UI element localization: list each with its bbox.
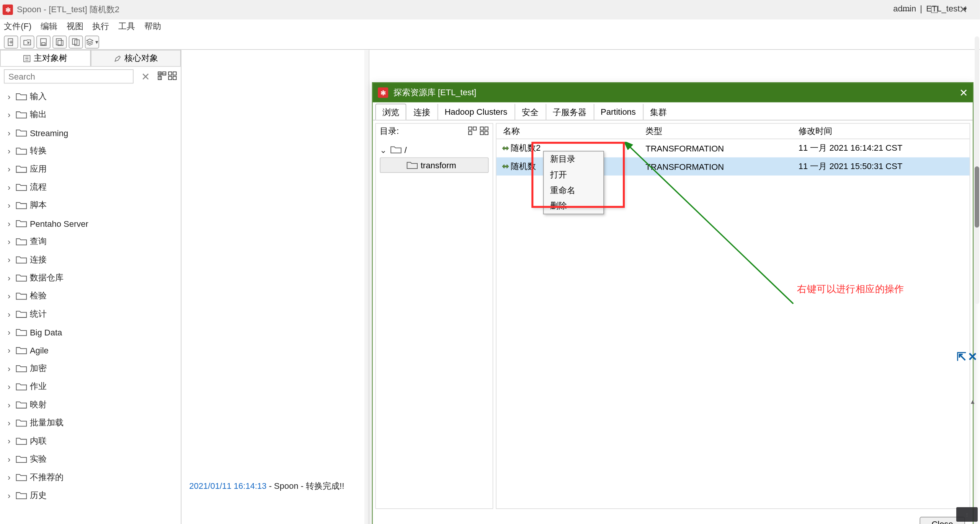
ctx-rename[interactable]: 重命名 — [544, 182, 603, 198]
dir-collapse-button[interactable] — [480, 126, 489, 137]
svg-rect-12 — [173, 72, 176, 75]
tree-item[interactable]: ›作业 — [5, 378, 181, 395]
folder-icon — [16, 291, 27, 301]
folder-icon — [16, 364, 27, 373]
svg-rect-18 — [480, 127, 483, 130]
popout-icon[interactable]: ⇱ — [957, 350, 966, 364]
repo-connection[interactable]: admin | ETL_test ▾ — [893, 4, 967, 13]
scrollbar-thumb[interactable] — [975, 166, 979, 228]
tree-item-label: 实验 — [30, 453, 47, 465]
clear-search-button[interactable]: ✕ — [137, 70, 154, 83]
tab-main-tree[interactable]: 主对象树 — [0, 50, 90, 66]
new-file-button[interactable] — [4, 35, 18, 48]
menu-file[interactable]: 文件(F) — [4, 21, 31, 32]
page-scrollbar[interactable] — [975, 36, 979, 304]
chevron-right-icon: › — [5, 164, 13, 174]
tree-item[interactable]: ›加密 — [5, 360, 181, 378]
tree-item[interactable]: ›统计 — [5, 305, 181, 323]
save-as-button[interactable] — [52, 35, 67, 48]
mini-scroll-up[interactable]: ▴ — [968, 398, 977, 407]
tree-item[interactable]: ›Pentaho Server — [5, 214, 181, 232]
dir-expand-button[interactable] — [468, 126, 477, 137]
chevron-right-icon: › — [5, 309, 13, 319]
save-all-button[interactable] — [69, 35, 83, 48]
dialog-title-text: 探索资源库 [ETL_test] — [394, 87, 476, 98]
folder-icon — [390, 145, 402, 154]
chevron-right-icon: › — [5, 200, 13, 210]
dlg-tab-hadoop[interactable]: Hadoop Clusters — [438, 104, 514, 120]
tree-item[interactable]: ›转换 — [5, 142, 181, 160]
chevron-right-icon: › — [5, 472, 13, 482]
ctx-new-dir[interactable]: 新目录 — [544, 151, 603, 167]
col-time[interactable]: 修改时间 — [799, 125, 970, 137]
folder-icon — [16, 110, 27, 119]
col-name[interactable]: 名称 — [497, 125, 645, 137]
menu-view[interactable]: 视图 — [67, 21, 83, 32]
tree-item[interactable]: ›检验 — [5, 287, 181, 305]
tree-item[interactable]: ›流程 — [5, 178, 181, 196]
folder-icon — [16, 454, 27, 464]
dlg-tab-security[interactable]: 安全 — [514, 104, 546, 120]
dlg-tab-browse[interactable]: 浏览 — [375, 104, 406, 120]
tree-item[interactable]: ›输出 — [5, 106, 181, 124]
pencil-icon — [113, 54, 122, 62]
svg-rect-17 — [469, 131, 472, 134]
chevron-right-icon: › — [5, 255, 13, 264]
tree-item[interactable]: ›不推荐的 — [5, 468, 181, 486]
menu-help[interactable]: 帮助 — [144, 21, 161, 32]
dir-root-row[interactable]: ⌄ / — [380, 142, 488, 158]
annotation-text: 右键可以进行相应的操作 — [797, 283, 904, 295]
dlg-tab-part[interactable]: Partitions — [593, 104, 643, 120]
ctx-open[interactable]: 打开 — [544, 167, 603, 183]
svg-rect-21 — [485, 131, 488, 134]
tree-item[interactable]: ›查询 — [5, 233, 181, 251]
menu-tools[interactable]: 工具 — [118, 21, 135, 32]
collapse-all-button[interactable] — [168, 71, 177, 82]
tree-item[interactable]: ›Big Data — [5, 323, 181, 341]
tree-item[interactable]: ›连接 — [5, 251, 181, 269]
tree-item[interactable]: ›Agile — [5, 341, 181, 359]
tree-item[interactable]: ›映射 — [5, 395, 181, 413]
tree-item[interactable]: ›历史 — [5, 486, 181, 504]
tree-item[interactable]: ›Streaming — [5, 124, 181, 142]
chevron-right-icon: › — [5, 382, 13, 391]
dialog-tabs: 浏览 连接 Hadoop Clusters 安全 子服务器 Partitions… — [372, 102, 973, 120]
tree-item[interactable]: ›实验 — [5, 450, 181, 468]
dialog-close-button[interactable]: ✕ — [959, 86, 968, 99]
search-input[interactable] — [4, 69, 134, 83]
tree-item[interactable]: ›内联 — [5, 432, 181, 450]
dlg-tab-slaves[interactable]: 子服务器 — [546, 104, 593, 120]
tree-item[interactable]: ›脚本 — [5, 196, 181, 214]
ctx-delete[interactable]: 删除 — [544, 198, 603, 214]
dlg-tab-connect[interactable]: 连接 — [407, 104, 438, 120]
menu-run[interactable]: 执行 — [92, 21, 109, 32]
splitter[interactable] — [364, 50, 369, 524]
col-type[interactable]: 类型 — [645, 125, 799, 137]
tree-item[interactable]: ›输入 — [5, 88, 181, 106]
chevron-right-icon: › — [5, 327, 13, 337]
chevron-right-icon: › — [5, 418, 13, 428]
left-panel: 主对象树 核心对象 ✕ ›输入›输出›Streaming›转换›应用›流程›脚本… — [0, 50, 181, 524]
svg-rect-19 — [485, 127, 488, 130]
menu-edit[interactable]: 编辑 — [41, 21, 57, 32]
log-line: 2021/01/11 16:14:13 - Spoon - 转换完成!! — [189, 480, 344, 492]
chevron-right-icon: › — [5, 291, 13, 301]
svg-rect-16 — [473, 127, 476, 130]
dir-child-row[interactable]: transform — [380, 157, 488, 173]
folder-icon — [16, 309, 27, 319]
folder-icon — [16, 382, 27, 391]
svg-rect-2 — [42, 42, 45, 45]
tree-item[interactable]: ›应用 — [5, 160, 181, 178]
tree-item[interactable]: ›批量加载 — [5, 414, 181, 432]
transformation-icon — [497, 161, 511, 172]
category-tree[interactable]: ›输入›输出›Streaming›转换›应用›流程›脚本›Pentaho Ser… — [0, 86, 181, 524]
close-panel-icon[interactable]: ✕ — [968, 350, 977, 364]
dlg-tab-cluster[interactable]: 集群 — [643, 104, 674, 120]
perspective-button[interactable]: ▾ — [85, 35, 99, 48]
expand-all-button[interactable] — [157, 71, 167, 82]
tab-core-objects[interactable]: 核心对象 — [90, 50, 181, 66]
save-button[interactable] — [36, 35, 51, 48]
tree-item[interactable]: ›数据仓库 — [5, 269, 181, 287]
open-button[interactable] — [20, 35, 34, 48]
log-text: - Spoon - 转换完成!! — [266, 481, 344, 491]
